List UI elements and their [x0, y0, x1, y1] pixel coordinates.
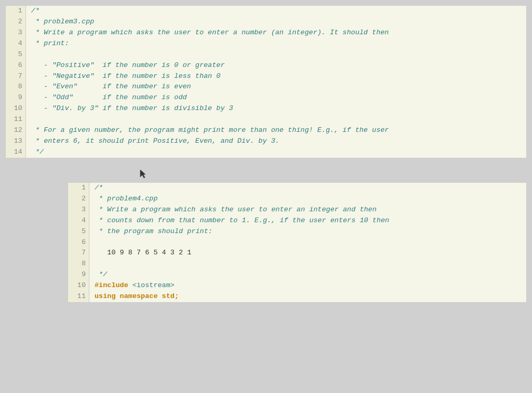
svg-marker-0 — [140, 170, 145, 178]
code-line-13: 13 * enters 6, it should print Positive,… — [6, 136, 526, 147]
code-line-5: 5 — [6, 49, 526, 60]
code-line-7: 7 - "Negative" if the number is less tha… — [6, 71, 526, 82]
code-line-6: 6 - "Positive" if the number is 0 or gre… — [6, 60, 526, 71]
code-line-3: 3 * Write a program which asks the user … — [6, 28, 526, 38]
code2-line-9: 9 */ — [68, 269, 526, 280]
code2-line-11: 11 using namespace std; — [68, 291, 526, 302]
code-line-14: 14 */ — [6, 147, 526, 158]
code2-line-8: 8 — [68, 259, 526, 269]
code-line-9: 9 - "Odd" if the number is odd — [6, 92, 526, 103]
code2-line-10: 10 #include <iostream> — [68, 280, 526, 291]
code-line-4: 4 * print: — [6, 38, 526, 49]
code2-line-2: 2 * problem4.cpp — [68, 194, 526, 205]
code-line-11: 11 — [6, 114, 526, 125]
code2-line-4: 4 * counts down from that number to 1. E… — [68, 215, 526, 226]
code2-line-6: 6 — [68, 237, 526, 248]
cursor-icon — [139, 169, 145, 178]
code-line-1: 1 /* — [6, 6, 526, 17]
code2-line-5: 5 * the program should print: — [68, 226, 526, 237]
code2-line-3: 3 * Write a program which asks the user … — [68, 205, 526, 215]
code-line-8: 8 - "Even" if the number is even — [6, 82, 526, 92]
code-panel-1: 1 /* 2 * problem3.cpp 3 * Write a progra… — [5, 5, 527, 158]
code2-line-1: 1 /* — [68, 183, 526, 194]
code-line-12: 12 * For a given number, the program mig… — [6, 125, 526, 136]
code-line-2: 2 * problem3.cpp — [6, 17, 526, 28]
code-line-10: 10 - "Div. by 3" if the number is divisi… — [6, 103, 526, 114]
code-panel-2: 1 /* 2 * problem4.cpp 3 * Write a progra… — [68, 182, 527, 303]
code2-line-7: 7 10 9 8 7 6 5 4 3 2 1 — [68, 248, 526, 259]
